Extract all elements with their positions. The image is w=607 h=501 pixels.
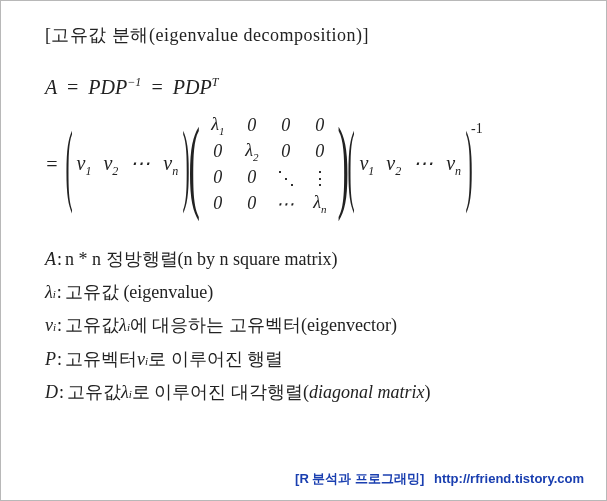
m22: λ2 bbox=[245, 140, 258, 163]
vnb-sym: v bbox=[446, 152, 455, 174]
def-lambda-sub: i bbox=[53, 284, 56, 304]
v2b-sub: 2 bbox=[395, 164, 401, 178]
m43: ⋯ bbox=[276, 193, 295, 215]
def-D-pre: 고유값 bbox=[67, 376, 121, 409]
equation-line-1: A = PDP−1 = PDPT bbox=[45, 75, 566, 99]
footer: [R 분석과 프로그래밍] http://rfriend.tistory.com bbox=[295, 470, 584, 488]
m44: λn bbox=[313, 192, 326, 215]
definitions-list: A:n * n 정방행렬(n by n square matrix) λi:고유… bbox=[45, 243, 566, 409]
v2-sym: v bbox=[103, 152, 112, 174]
v1b: v1 bbox=[359, 152, 374, 179]
def-P-sym: P bbox=[45, 343, 56, 376]
vn: vn bbox=[163, 152, 178, 179]
v1b-sub: 1 bbox=[368, 164, 374, 178]
m44-sub: n bbox=[321, 203, 327, 215]
m22-sym: λ bbox=[245, 140, 253, 160]
def-P-post: 로 이루어진 행렬 bbox=[148, 343, 283, 376]
def-D: D:고유값 λi 로 이루어진 대각행렬(diagonal matrix) bbox=[45, 376, 566, 409]
document-page: [고유값 분해(eigenvalue decomposition)] A = P… bbox=[0, 0, 607, 501]
def-lambda-text: 고유값 (eigenvalue) bbox=[65, 276, 213, 309]
m11-sym: λ bbox=[211, 114, 219, 134]
def-D-midsym: λ bbox=[121, 376, 129, 409]
row-vector-1-items: v1 v2 ⋯ vn bbox=[72, 151, 182, 179]
vn-sub: n bbox=[172, 164, 178, 178]
m11: λ1 bbox=[211, 114, 224, 137]
footer-tag: [R 분석과 프로그래밍] bbox=[295, 471, 424, 486]
m41: 0 bbox=[213, 193, 222, 214]
equation-line-2: = ( v1 v2 ⋯ vn ) ( λ1 0 0 0 0 λ2 0 0 0 0… bbox=[45, 113, 566, 217]
colon: : bbox=[57, 343, 62, 376]
colon: : bbox=[57, 243, 62, 276]
def-A-sym: A bbox=[45, 243, 56, 276]
matrix-open-paren-icon: ( bbox=[189, 123, 200, 205]
colon: : bbox=[59, 376, 64, 409]
m34: ⋮ bbox=[311, 167, 329, 189]
m42: 0 bbox=[247, 193, 256, 214]
v2b-sym: v bbox=[386, 152, 395, 174]
open-paren2-icon: ( bbox=[348, 128, 355, 201]
def-v-midsym: λ bbox=[119, 309, 127, 342]
row-vector-2: ( v1 v2 ⋯ vn ) bbox=[347, 145, 473, 183]
close-paren2-icon: ) bbox=[465, 128, 472, 201]
def-A: A:n * n 정방행렬(n by n square matrix) bbox=[45, 243, 566, 276]
def-A-text: n * n 정방행렬(n by n square matrix) bbox=[65, 243, 337, 276]
m12: 0 bbox=[247, 115, 256, 136]
eq1-rhs1: PDP bbox=[88, 76, 127, 98]
eq2-prefix: = bbox=[45, 153, 59, 176]
dotsb: ⋯ bbox=[413, 151, 434, 175]
inverse-exponent: -1 bbox=[471, 121, 483, 137]
dots: ⋯ bbox=[130, 151, 151, 175]
def-D-sym: D bbox=[45, 376, 58, 409]
colon: : bbox=[57, 276, 62, 309]
vnb: vn bbox=[446, 152, 461, 179]
v2b: v2 bbox=[386, 152, 401, 179]
m23: 0 bbox=[281, 141, 290, 162]
page-title: [고유값 분해(eigenvalue decomposition)] bbox=[45, 23, 566, 47]
v1-sub: 1 bbox=[85, 164, 91, 178]
eq1-equals-1: = bbox=[66, 76, 80, 98]
m44-sym: λ bbox=[313, 192, 321, 212]
eq1-equals-2: = bbox=[150, 76, 164, 98]
eq1-exp2: T bbox=[212, 75, 219, 89]
m11-sub: 1 bbox=[219, 125, 225, 137]
m22-sub: 2 bbox=[253, 151, 259, 163]
def-D-em: diagonal matrix bbox=[309, 376, 425, 409]
eq1-exp1: −1 bbox=[127, 75, 141, 89]
eq1-rhs2: PDP bbox=[173, 76, 212, 98]
def-D-postplain: 로 이루어진 대각행렬( bbox=[132, 376, 309, 409]
v1: v1 bbox=[76, 152, 91, 179]
footer-url[interactable]: http://rfriend.tistory.com bbox=[434, 471, 584, 486]
def-v: vi:고유값 λi에 대응하는 고유벡터(eigenvector) bbox=[45, 309, 566, 342]
def-v-sym: v bbox=[45, 309, 53, 342]
diagonal-matrix: λ1 0 0 0 0 λ2 0 0 0 0 ⋱ ⋮ 0 0 ⋯ λn bbox=[201, 113, 337, 217]
m32: 0 bbox=[247, 167, 256, 188]
v1b-sym: v bbox=[359, 152, 368, 174]
m24: 0 bbox=[315, 141, 324, 162]
m21: 0 bbox=[213, 141, 222, 162]
def-lambda-sym: λ bbox=[45, 276, 53, 309]
def-v-sub: i bbox=[53, 317, 56, 337]
def-P-pre: 고유벡터 bbox=[65, 343, 137, 376]
def-P: P:고유벡터vi 로 이루어진 행렬 bbox=[45, 343, 566, 376]
row-vector-1: ( v1 v2 ⋯ vn ) bbox=[65, 145, 191, 183]
open-paren-icon: ( bbox=[65, 128, 72, 201]
m13: 0 bbox=[281, 115, 290, 136]
m14: 0 bbox=[315, 115, 324, 136]
colon: : bbox=[57, 309, 62, 342]
m33: ⋱ bbox=[277, 167, 295, 189]
v2: v2 bbox=[103, 152, 118, 179]
def-v-pre: 고유값 bbox=[65, 309, 119, 342]
def-v-post: 에 대응하는 고유벡터(eigenvector) bbox=[130, 309, 397, 342]
v2-sub: 2 bbox=[112, 164, 118, 178]
row-vector-2-items: v1 v2 ⋯ vn bbox=[355, 151, 465, 179]
vnb-sub: n bbox=[455, 164, 461, 178]
vn-sym: v bbox=[163, 152, 172, 174]
eq1-lhs: A bbox=[45, 76, 57, 98]
def-D-close: ) bbox=[424, 376, 430, 409]
def-lambda: λi:고유값 (eigenvalue) bbox=[45, 276, 566, 309]
def-P-midsym: v bbox=[137, 343, 145, 376]
m31: 0 bbox=[213, 167, 222, 188]
